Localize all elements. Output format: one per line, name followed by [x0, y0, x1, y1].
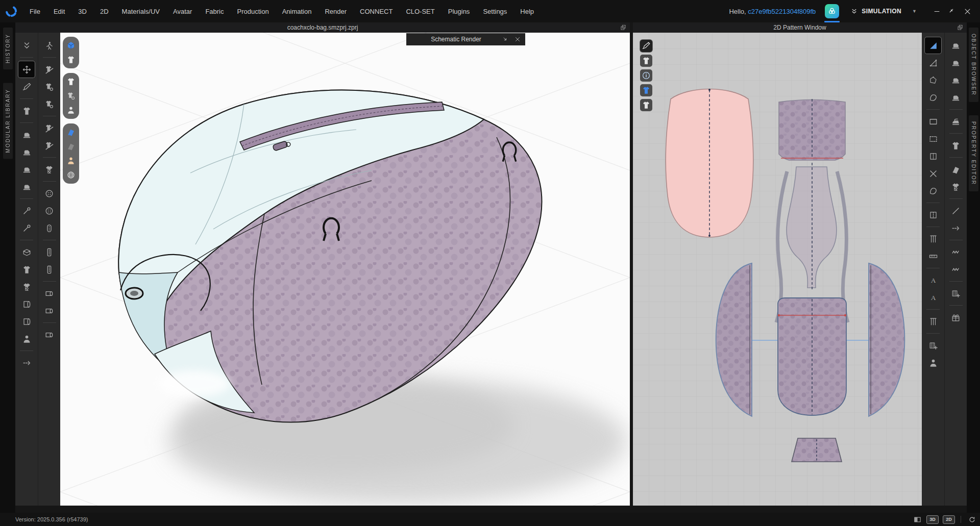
clone-pattern-icon[interactable]	[925, 337, 941, 354]
canvas-3d[interactable]: Schematic Render	[60, 33, 630, 506]
view-2d-button[interactable]: 2D	[943, 515, 955, 524]
undock-window-icon[interactable]	[957, 24, 964, 31]
menu-materials-uv[interactable]: Materials/UV	[115, 5, 166, 18]
texture-shirt-icon[interactable]	[41, 161, 58, 178]
steam-iron-icon[interactable]	[948, 113, 964, 130]
button-tool-icon[interactable]	[41, 185, 58, 202]
pattern-height-transfer-icon[interactable]	[18, 355, 35, 371]
graphic-pattern-icon[interactable]	[948, 285, 964, 302]
menu-3d[interactable]: 3D	[71, 5, 93, 18]
select-move-icon[interactable]	[18, 61, 35, 78]
menu-plugins[interactable]: Plugins	[442, 5, 477, 18]
menu-animation[interactable]: Animation	[276, 5, 318, 18]
edit-sewing-3d-icon[interactable]	[18, 161, 35, 178]
scissors-shirt-c-icon[interactable]	[41, 137, 58, 154]
show-accessories-icon[interactable]	[65, 90, 77, 102]
text-style-icon[interactable]	[925, 289, 941, 306]
menu-2d[interactable]: 2D	[93, 5, 115, 18]
wrap-rotate-icon[interactable]	[18, 313, 35, 330]
gear-shirt-icon[interactable]	[41, 79, 58, 95]
elastic-icon[interactable]	[948, 244, 964, 260]
minimize-button[interactable]	[930, 5, 943, 18]
simulate-icon[interactable]	[18, 37, 35, 54]
split-layout-icon[interactable]	[912, 515, 922, 524]
clo-logo-icon[interactable]	[5, 5, 18, 18]
scissors-shirt-icon[interactable]	[41, 61, 58, 78]
pattern-on-avatar-icon[interactable]	[925, 355, 941, 371]
show-base-pattern-icon[interactable]	[640, 99, 652, 111]
show-avatar-icon[interactable]	[65, 104, 77, 116]
seam-allowance-icon[interactable]	[925, 207, 941, 223]
menu-production[interactable]: Production	[231, 5, 276, 18]
edit-pattern-icon[interactable]	[925, 55, 941, 71]
menu-file[interactable]: File	[23, 5, 47, 18]
user-id-link[interactable]: c27e9fb5221304f809fb	[748, 8, 816, 15]
restore-window-button[interactable]	[945, 5, 959, 18]
transform-pattern-icon[interactable]	[925, 37, 941, 54]
gear-shirt-alt-icon[interactable]	[41, 96, 58, 112]
dart-icon[interactable]	[925, 148, 941, 164]
text-tool-icon[interactable]	[925, 272, 941, 288]
shirt-pieces-icon[interactable]	[18, 279, 35, 295]
tab-object-browser[interactable]: OBJECT BROWSER	[969, 28, 978, 102]
notch-icon[interactable]	[925, 165, 941, 182]
fitting-garment-icon[interactable]	[18, 179, 35, 195]
canvas-2d[interactable]	[633, 33, 922, 506]
trace-pattern-icon[interactable]	[925, 183, 941, 199]
tab-property-editor[interactable]: PROPERTY EDITOR	[969, 115, 978, 191]
edit-round-corner-icon[interactable]	[925, 89, 941, 106]
shirring-icon[interactable]	[948, 261, 964, 278]
sync-view-icon[interactable]	[640, 84, 652, 96]
segment-sewing-icon[interactable]	[948, 37, 964, 54]
menu-clo-set[interactable]: CLO-SET	[399, 5, 441, 18]
select-brush-icon[interactable]	[18, 79, 35, 95]
show-pattern-3d-icon[interactable]	[65, 54, 77, 66]
pen-tool-2d-icon[interactable]	[640, 40, 652, 52]
buttonhole-icon[interactable]	[41, 220, 58, 236]
internal-line-icon[interactable]	[948, 203, 964, 219]
fabric-roll-c-icon[interactable]	[41, 327, 58, 343]
show-garment-2d-icon[interactable]	[640, 55, 652, 67]
bundle-patterns-icon[interactable]	[948, 309, 964, 325]
menu-help[interactable]: Help	[513, 5, 541, 18]
menu-fabric[interactable]: Fabric	[199, 5, 230, 18]
show-garment-icon[interactable]	[65, 76, 77, 88]
free-sewing-3d-icon[interactable]	[18, 144, 35, 160]
tab-history[interactable]: HISTORY	[3, 28, 13, 69]
pleats-fold-icon[interactable]	[925, 313, 941, 330]
close-button[interactable]	[961, 5, 974, 18]
button-alt-icon[interactable]	[41, 203, 58, 219]
tab-modular-library[interactable]: MODULAR LIBRARY	[3, 83, 13, 159]
textured-surface-icon[interactable]	[65, 126, 77, 138]
edit-curvature-icon[interactable]	[925, 72, 941, 88]
menu-connect[interactable]: CONNECT	[353, 5, 399, 18]
pleats-icon[interactable]	[925, 231, 941, 247]
view-cube-icon[interactable]	[65, 39, 77, 52]
walk-avatar-icon[interactable]	[41, 37, 58, 54]
collapse-panel-icon[interactable]	[501, 35, 510, 44]
simulation-mode-switch[interactable]: SIMULATION ▼	[850, 8, 917, 15]
close-panel-icon[interactable]	[513, 35, 522, 44]
rotate-garment-icon[interactable]	[18, 103, 35, 119]
menu-edit[interactable]: Edit	[47, 5, 71, 18]
segment-sewing-3d-icon[interactable]	[18, 127, 35, 143]
jacket-arrange-icon[interactable]	[18, 261, 35, 278]
rectangle-internal-icon[interactable]	[925, 131, 941, 147]
garment-shirt-icon[interactable]	[948, 137, 964, 154]
undock-window-icon[interactable]	[620, 24, 627, 31]
fabric-roll-b-icon[interactable]	[41, 303, 58, 319]
show-environment-icon[interactable]	[65, 169, 77, 181]
mesh-surface-icon[interactable]	[65, 140, 77, 153]
measure-ruler-icon[interactable]	[925, 248, 941, 264]
mode-caret-icon[interactable]: ▼	[912, 9, 917, 14]
rectangle-pattern-icon[interactable]	[925, 113, 941, 130]
wrap-cylinder-icon[interactable]	[18, 296, 35, 312]
scissors-shirt-b-icon[interactable]	[41, 120, 58, 136]
free-sewing-icon[interactable]	[948, 55, 964, 71]
menu-render[interactable]: Render	[318, 5, 353, 18]
sync-refresh-icon[interactable]	[967, 515, 977, 524]
fabric-roll-icon[interactable]	[41, 285, 58, 302]
fold-arrangement-icon[interactable]	[18, 244, 35, 260]
zipper-tool-icon[interactable]	[41, 244, 58, 260]
texture-shirt-2d-icon[interactable]	[948, 179, 964, 195]
